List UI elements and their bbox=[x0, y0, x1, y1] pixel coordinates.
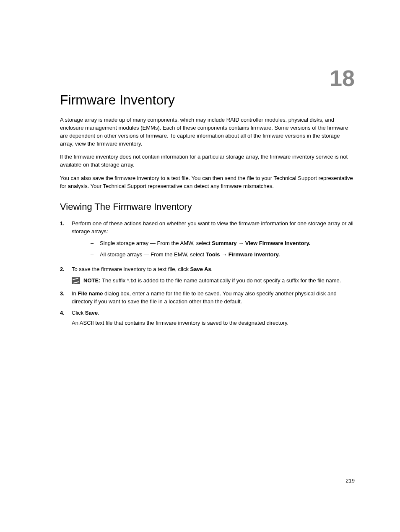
chapter-title: Firmware Inventory bbox=[60, 92, 355, 108]
step-number: 4. bbox=[60, 309, 72, 328]
section-title: Viewing The Firmware Inventory bbox=[60, 201, 355, 212]
menu-path: Summary → View Firmware Inventory. bbox=[212, 240, 310, 246]
bullet-dash: – bbox=[91, 240, 100, 248]
ui-element: Save As bbox=[190, 266, 211, 272]
step-text: In File name dialog box, enter a name fo… bbox=[72, 290, 337, 305]
step-content: Click Save. An ASCII text file that cont… bbox=[72, 309, 355, 328]
step-content: To save the firmware inventory to a text… bbox=[72, 266, 355, 287]
note-icon bbox=[72, 277, 80, 284]
step-suffix: . bbox=[211, 266, 213, 272]
sub-step: – Single storage array — From the AMW, s… bbox=[91, 240, 355, 248]
page-number: 219 bbox=[345, 477, 355, 484]
intro-paragraph-3: You can also save the firmware inventory… bbox=[60, 175, 355, 190]
intro-paragraph-2: If the firmware inventory does not conta… bbox=[60, 153, 355, 169]
menu-path: Tools → Firmware Inventory. bbox=[206, 251, 280, 258]
sub-step-text: All storage arrays — From the EMW, selec… bbox=[100, 251, 355, 259]
sub-step-prefix: All storage arrays — From the EMW, selec… bbox=[100, 251, 206, 258]
step-result: An ASCII text file that contains the fir… bbox=[72, 319, 355, 327]
note-label: NOTE: bbox=[83, 277, 102, 284]
sub-steps-list: – Single storage array — From the AMW, s… bbox=[72, 240, 355, 259]
step-2: 2. To save the firmware inventory to a t… bbox=[60, 266, 355, 287]
step-number: 2. bbox=[60, 266, 72, 287]
intro-paragraph-1: A storage array is made up of many compo… bbox=[60, 116, 355, 148]
bullet-dash: – bbox=[91, 251, 100, 259]
step-suffix: . bbox=[98, 310, 99, 316]
step-content: In File name dialog box, enter a name fo… bbox=[72, 290, 355, 306]
chapter-number: 18 bbox=[330, 65, 355, 91]
steps-list: 1. Perform one of these actions based on… bbox=[60, 220, 355, 327]
step-prefix: Click bbox=[72, 310, 85, 316]
sub-step-prefix: Single storage array — From the AMW, sel… bbox=[100, 240, 212, 246]
step-number: 1. bbox=[60, 220, 72, 262]
step-1: 1. Perform one of these actions based on… bbox=[60, 220, 355, 262]
step-3: 3. In File name dialog box, enter a name… bbox=[60, 290, 355, 306]
ui-element: Save bbox=[85, 310, 98, 316]
sub-step: – All storage arrays — From the EMW, sel… bbox=[91, 251, 355, 259]
step-content: Perform one of these actions based on wh… bbox=[72, 220, 355, 262]
step-prefix: In bbox=[72, 290, 78, 297]
step-text: Perform one of these actions based on wh… bbox=[72, 220, 353, 235]
step-4: 4. Click Save. An ASCII text file that c… bbox=[60, 309, 355, 328]
note-block: NOTE: The suffix *.txt is added to the f… bbox=[72, 277, 355, 285]
document-page: 18 Firmware Inventory A storage array is… bbox=[0, 0, 400, 327]
step-suffix: dialog box, enter a name for the file to… bbox=[72, 290, 337, 305]
ui-element: File name bbox=[78, 290, 103, 297]
note-body: The suffix *.txt is added to the file na… bbox=[102, 277, 341, 284]
sub-step-text: Single storage array — From the AMW, sel… bbox=[100, 240, 355, 248]
step-number: 3. bbox=[60, 290, 72, 306]
step-text: To save the firmware inventory to a text… bbox=[72, 266, 213, 272]
note-text: NOTE: The suffix *.txt is added to the f… bbox=[83, 277, 341, 285]
step-prefix: To save the firmware inventory to a text… bbox=[72, 266, 190, 272]
step-text: Click Save. bbox=[72, 310, 99, 316]
